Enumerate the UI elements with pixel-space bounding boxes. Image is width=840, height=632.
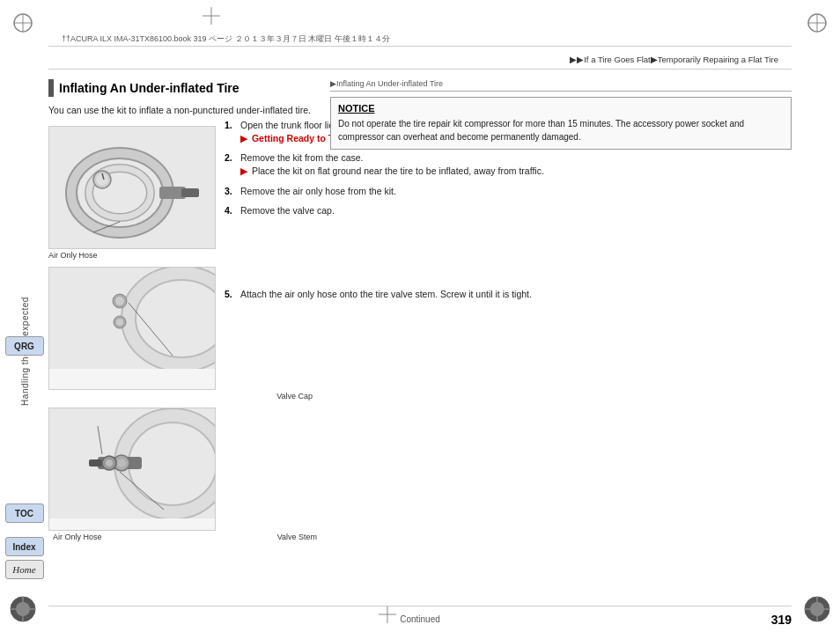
home-button[interactable]: Home	[5, 560, 44, 579]
step-5-num: 5.	[225, 288, 240, 301]
image-valve-stem	[48, 408, 216, 531]
svg-point-35	[116, 319, 123, 326]
sidebar: Handling the Unexpected QRG TOC Index Ho…	[0, 70, 48, 632]
step-3-num: 3.	[225, 185, 240, 198]
qrg-button[interactable]: QRG	[5, 336, 44, 356]
step-1-arrow: ▶	[240, 133, 247, 143]
page-header: ††ACURA ILX IMA-31TX86100.book 319 ページ ２…	[0, 0, 840, 70]
step-2-num: 2.	[225, 151, 240, 177]
index-button[interactable]: Index	[5, 537, 44, 556]
main-content: Inflating An Under-inflated Tire You can…	[48, 70, 792, 606]
notice-box: NOTICE Do not operate the tire repair ki…	[330, 97, 792, 150]
notice-text: Do not operate the tire repair kit compr…	[338, 117, 784, 143]
notice-title: NOTICE	[338, 103, 784, 114]
image-valve-cap	[48, 267, 216, 390]
page-number: 319	[771, 613, 792, 627]
svg-point-45	[106, 459, 113, 467]
right-panel-header: ▶Inflating An Under-inflated Tire	[330, 79, 792, 92]
page-footer: Continued 319	[48, 606, 792, 632]
svg-point-33	[115, 297, 124, 305]
intro-text: You can use the kit to inflate a non-pun…	[48, 104, 321, 117]
svg-point-43	[117, 459, 126, 467]
svg-rect-24	[181, 188, 199, 197]
step-1-num: 1.	[225, 119, 240, 144]
image-hose	[48, 126, 216, 249]
file-info: ††ACURA ILX IMA-31TX86100.book 319 ページ ２…	[62, 33, 390, 45]
sidebar-buttons: QRG TOC Index Home	[0, 336, 48, 579]
corner-decoration-br	[801, 593, 833, 625]
content-right: ▶Inflating An Under-inflated Tire NOTICE…	[330, 70, 792, 606]
section-header-bar	[48, 79, 54, 97]
air-only-hose-label-2: Air Only Hose	[53, 533, 102, 541]
toc-button[interactable]: TOC	[5, 503, 44, 523]
step-4-num: 4.	[225, 204, 240, 217]
footer-continued: Continued	[400, 614, 440, 624]
section-title: Inflating An Under-inflated Tire	[59, 81, 239, 95]
section-header: Inflating An Under-inflated Tire	[48, 79, 321, 97]
header-line-bottom	[48, 69, 792, 70]
header-line-top	[48, 46, 792, 47]
breadcrumb: ▶▶If a Tire Goes Flat▶Temporarily Repair…	[570, 55, 778, 64]
